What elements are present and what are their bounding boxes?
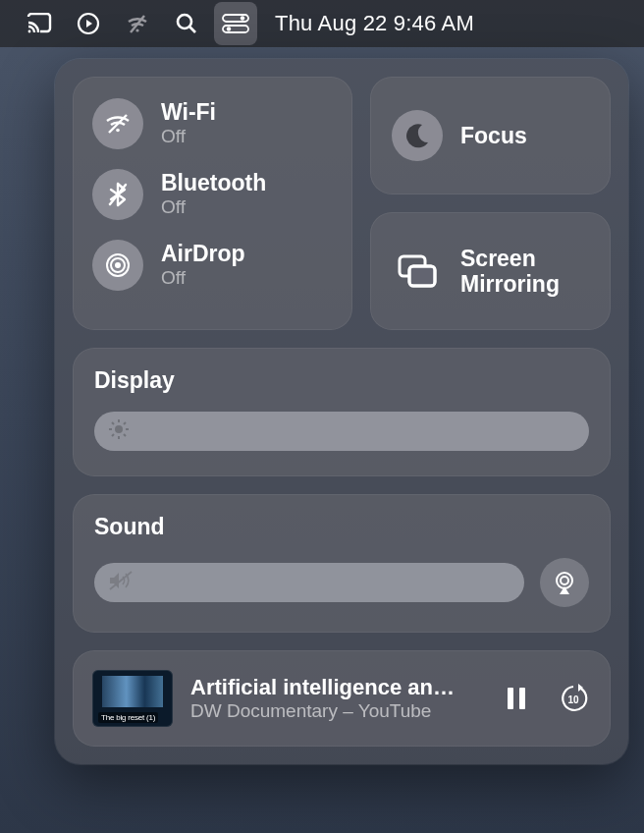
now-playing-thumb-caption: The big reset (1) [98, 712, 158, 723]
sound-tile: Sound [73, 494, 611, 633]
bluetooth-label: Bluetooth [161, 170, 266, 195]
menu-bar: Thu Aug 22 9:46 AM [0, 0, 644, 47]
svg-point-11 [116, 129, 120, 133]
now-playing-menu-icon[interactable] [67, 2, 110, 45]
svg-point-31 [557, 573, 572, 588]
airdrop-label: AirDrop [161, 241, 245, 266]
now-playing-controls: 10 [499, 681, 591, 716]
screen-mirroring-label-1: Screen [460, 246, 560, 271]
svg-line-28 [124, 422, 126, 424]
svg-marker-2 [86, 20, 92, 28]
airdrop-icon [92, 240, 143, 291]
svg-rect-33 [508, 688, 513, 709]
svg-line-26 [124, 434, 126, 436]
svg-point-30 [561, 577, 568, 584]
svg-rect-18 [409, 266, 435, 286]
svg-line-6 [190, 28, 196, 33]
svg-point-20 [115, 425, 123, 433]
svg-text:10: 10 [567, 694, 579, 705]
menu-bar-datetime[interactable]: Thu Aug 22 9:46 AM [275, 11, 474, 36]
bluetooth-toggle[interactable]: Bluetooth Off [92, 169, 333, 220]
wifi-label: Wi-Fi [161, 99, 216, 125]
focus-label: Focus [460, 123, 527, 148]
sound-label: Sound [94, 514, 589, 540]
pause-button[interactable] [499, 681, 534, 716]
svg-point-8 [241, 16, 244, 20]
svg-point-5 [178, 15, 191, 28]
screen-mirroring-tile[interactable]: Screen Mirroring [370, 212, 611, 330]
airdrop-status: Off [161, 267, 245, 290]
airplay-audio-button[interactable] [540, 558, 589, 607]
now-playing-subtitle: DW Documentary – YouTube [190, 700, 481, 722]
focus-tile[interactable]: Focus [370, 77, 611, 194]
brightness-icon [108, 418, 130, 444]
svg-rect-34 [519, 688, 525, 709]
moon-icon [392, 110, 443, 161]
display-tile: Display [73, 348, 611, 476]
wifi-status: Off [161, 126, 216, 148]
wifi-off-menu-icon[interactable] [116, 2, 159, 45]
wifi-off-icon [92, 98, 143, 149]
now-playing-thumbnail: The big reset (1) [92, 670, 173, 727]
screen-mirroring-label-2: Mirroring [460, 271, 560, 297]
bluetooth-off-icon [92, 169, 143, 220]
control-center-icon[interactable] [214, 2, 257, 45]
skip-forward-10-button[interactable]: 10 [556, 681, 591, 716]
volume-slider[interactable] [94, 563, 524, 602]
spotlight-search-icon[interactable] [165, 2, 208, 45]
svg-line-27 [112, 434, 114, 436]
wifi-toggle[interactable]: Wi-Fi Off [92, 98, 333, 149]
svg-point-3 [135, 28, 138, 31]
cast-icon[interactable] [18, 2, 61, 45]
now-playing-tile[interactable]: The big reset (1) Artificial intelligenc… [73, 650, 611, 747]
svg-point-14 [115, 262, 121, 268]
svg-point-10 [227, 27, 231, 30]
svg-line-25 [112, 422, 114, 424]
screen-mirroring-icon [392, 253, 443, 289]
control-center-panel: Wi-Fi Off Bluetooth Off [55, 59, 628, 764]
bluetooth-status: Off [161, 196, 266, 219]
display-label: Display [94, 367, 589, 394]
svg-point-0 [28, 30, 31, 33]
airdrop-toggle[interactable]: AirDrop Off [92, 240, 333, 291]
brightness-slider[interactable] [94, 412, 589, 451]
now-playing-title: Artificial intelligence an… [190, 675, 481, 700]
volume-mute-icon [108, 570, 134, 595]
connectivity-tile: Wi-Fi Off Bluetooth Off [73, 77, 352, 330]
